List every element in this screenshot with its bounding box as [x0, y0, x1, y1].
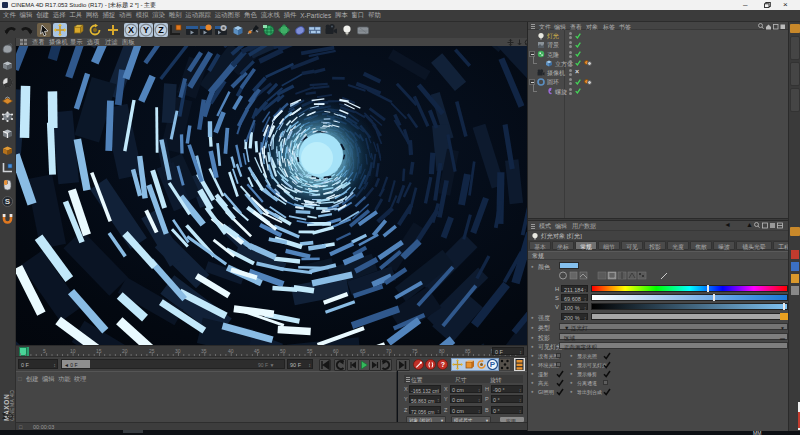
svg-text:Y: Y — [143, 25, 149, 35]
svg-text:P: P — [490, 360, 496, 369]
svg-text:S: S — [5, 197, 11, 206]
svg-text:Z: Z — [158, 25, 164, 35]
svg-text:X: X — [128, 25, 134, 35]
svg-text:?: ? — [441, 362, 445, 369]
